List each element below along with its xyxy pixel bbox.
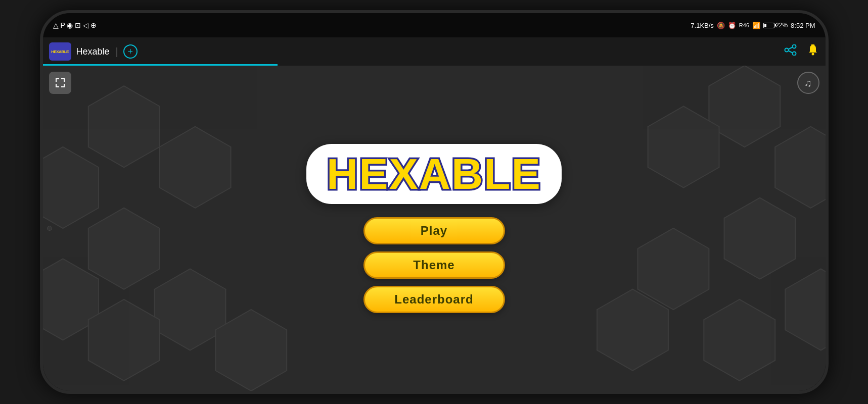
alarm-icon: ⏰ xyxy=(728,22,736,29)
bell-icon[interactable] xyxy=(806,43,819,60)
data-icon: R46 xyxy=(739,22,749,28)
app-logo: HEXABLE xyxy=(49,42,71,61)
app-bar: HEXABLE Hexable | + xyxy=(43,37,826,66)
leaderboard-button[interactable]: Leaderboard xyxy=(363,286,505,313)
tab-indicator xyxy=(43,64,826,66)
svg-point-5 xyxy=(811,53,814,56)
game-area: ♫ HEXABLE Play Theme Leaderboard xyxy=(43,66,826,391)
battery-indicator: 22% xyxy=(763,22,788,29)
network-speed: 7.1KB/s xyxy=(691,22,714,29)
svg-line-3 xyxy=(788,47,792,49)
status-bar-right: 7.1KB/s 🔕 ⏰ R46 📶 22% 8:52 PM xyxy=(691,22,815,29)
separator: | xyxy=(116,46,118,58)
battery-box xyxy=(763,23,774,28)
theme-label: Theme xyxy=(413,258,454,272)
menu-buttons: Play Theme Leaderboard xyxy=(363,217,505,313)
svg-marker-15 xyxy=(775,127,826,208)
sync-icon: 🔕 xyxy=(717,22,725,29)
svg-marker-9 xyxy=(43,147,99,228)
music-button[interactable]: ♫ xyxy=(797,72,819,94)
svg-marker-10 xyxy=(88,208,159,289)
app-logo-text: HEXABLE xyxy=(51,49,69,54)
phone-frame: △ P ◉ ⊡ ◁ ⊕ 7.1KB/s 🔕 ⏰ R46 📶 22% 8:52 P… xyxy=(40,10,829,394)
svg-marker-13 xyxy=(88,299,159,381)
battery-percent: 22% xyxy=(775,22,788,29)
game-logo: HEXABLE xyxy=(327,149,541,199)
share-icon[interactable] xyxy=(784,44,797,59)
theme-button[interactable]: Theme xyxy=(363,251,505,279)
app-bar-actions xyxy=(784,43,819,60)
svg-marker-19 xyxy=(785,269,826,350)
svg-marker-18 xyxy=(637,228,709,310)
svg-marker-8 xyxy=(159,127,231,208)
time-display: 8:52 PM xyxy=(791,22,815,29)
leaderboard-label: Leaderboard xyxy=(394,292,473,307)
power-button xyxy=(826,124,829,160)
add-button[interactable]: + xyxy=(123,44,138,59)
main-content: HEXABLE Play Theme Leaderboard xyxy=(306,144,562,313)
app-bar-title: Hexable xyxy=(76,46,110,57)
signal-bars: 📶 xyxy=(752,22,760,29)
music-note-icon: ♫ xyxy=(804,77,812,89)
svg-marker-22 xyxy=(597,289,668,371)
status-bar: △ P ◉ ⊡ ◁ ⊕ 7.1KB/s 🔕 ⏰ R46 📶 22% 8:52 P… xyxy=(43,13,826,37)
svg-point-1 xyxy=(792,52,796,56)
notification-icons: △ P ◉ ⊡ ◁ ⊕ xyxy=(53,21,97,29)
svg-marker-17 xyxy=(724,198,795,279)
battery-fill xyxy=(764,24,766,27)
svg-point-0 xyxy=(792,45,796,48)
svg-marker-7 xyxy=(88,86,159,167)
svg-marker-20 xyxy=(704,299,775,381)
status-bar-left-icons: △ P ◉ ⊡ ◁ ⊕ xyxy=(53,21,97,29)
svg-point-2 xyxy=(785,48,788,52)
svg-line-4 xyxy=(788,51,792,53)
play-button[interactable]: Play xyxy=(363,217,505,244)
play-label: Play xyxy=(421,224,447,238)
game-logo-wrapper: HEXABLE xyxy=(306,144,562,204)
expand-button[interactable] xyxy=(49,72,71,94)
